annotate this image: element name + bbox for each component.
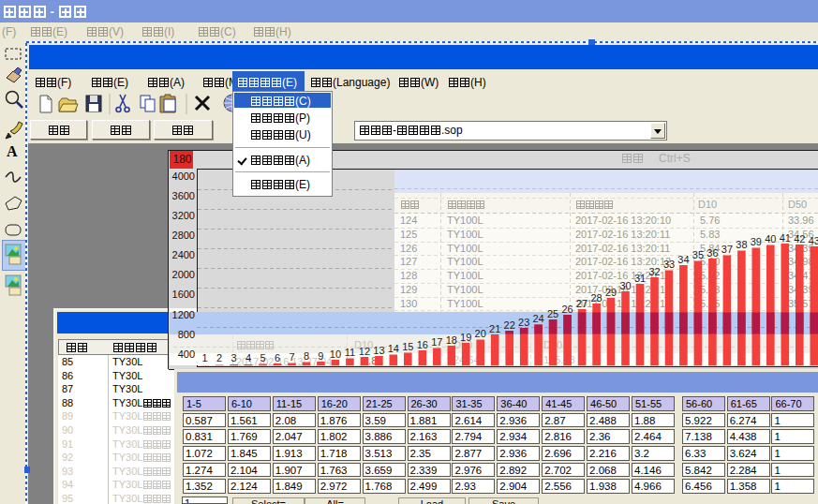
- svg-text:5: 5: [260, 352, 265, 363]
- svg-text:12: 12: [359, 346, 370, 357]
- svg-text:9: 9: [318, 350, 323, 362]
- svg-text:41: 41: [780, 232, 791, 244]
- svg-text:36: 36: [706, 247, 718, 259]
- svg-text:1: 1: [202, 352, 208, 363]
- svg-text:8: 8: [304, 350, 309, 362]
- svg-text:27: 27: [576, 298, 587, 309]
- svg-text:10: 10: [330, 348, 341, 360]
- svg-text:26: 26: [561, 304, 573, 315]
- svg-text:21: 21: [489, 323, 500, 334]
- svg-text:4: 4: [245, 352, 251, 363]
- svg-text:16: 16: [417, 339, 428, 350]
- svg-text:31: 31: [634, 273, 646, 284]
- svg-text:38: 38: [736, 239, 747, 250]
- svg-text:25: 25: [547, 308, 558, 319]
- svg-text:39: 39: [751, 236, 762, 247]
- svg-text:13: 13: [373, 345, 384, 356]
- svg-text:11: 11: [345, 347, 355, 358]
- svg-text:43: 43: [809, 235, 818, 246]
- svg-text:37: 37: [721, 244, 733, 255]
- svg-text:40: 40: [765, 233, 776, 245]
- svg-text:35: 35: [692, 249, 704, 260]
- svg-text:20: 20: [475, 328, 486, 339]
- svg-text:19: 19: [460, 332, 471, 343]
- svg-text:15: 15: [402, 341, 413, 352]
- svg-text:2: 2: [216, 352, 222, 363]
- svg-text:34: 34: [677, 254, 689, 265]
- svg-text:17: 17: [431, 336, 442, 348]
- svg-text:23: 23: [518, 317, 529, 328]
- svg-text:A: A: [7, 143, 18, 159]
- svg-text:29: 29: [605, 287, 617, 298]
- svg-text:22: 22: [504, 319, 515, 331]
- svg-text:30: 30: [619, 280, 631, 291]
- svg-text:6: 6: [275, 352, 280, 363]
- svg-text:28: 28: [590, 292, 602, 304]
- svg-text:24: 24: [532, 313, 543, 324]
- svg-text:42: 42: [794, 233, 805, 245]
- svg-text:14: 14: [388, 343, 399, 354]
- svg-text:33: 33: [663, 259, 675, 270]
- svg-text:7: 7: [289, 351, 294, 363]
- svg-text:18: 18: [446, 334, 457, 346]
- svg-text:3: 3: [231, 352, 237, 363]
- svg-text:32: 32: [648, 266, 660, 277]
